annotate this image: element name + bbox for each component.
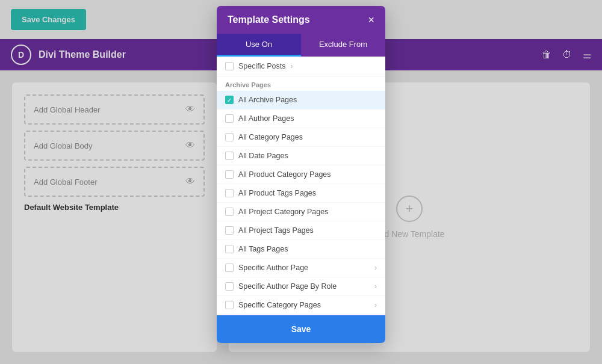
item-label-4: All Product Category Pages [238,170,331,179]
item-left-4: All Product Category Pages [225,170,331,179]
item-label-6: All Project Category Pages [238,208,328,216]
list-item[interactable]: Specific Author Page› [217,259,385,277]
specific-posts-label: Specific Posts [238,62,286,70]
tab-exclude-from[interactable]: Exclude From [301,34,385,57]
chevron-right-icon: › [374,264,377,272]
item-left-6: All Project Category Pages [225,208,328,216]
modal-scroll-area[interactable]: Specific Posts › Archive Pages ✓All Arch… [217,57,385,315]
item-label-11: Specific Category Pages [238,301,321,309]
checkbox-item-8[interactable] [225,245,234,253]
checkbox-item-9[interactable] [225,264,234,272]
item-label-7: All Project Tags Pages [238,226,314,235]
item-label-0: All Archive Pages [238,96,297,104]
list-item[interactable]: ✓All Archive Pages [217,91,385,110]
checkbox-item-11[interactable] [225,301,234,309]
list-item[interactable]: All Category Pages [217,128,385,147]
chevron-specific-posts: › [291,62,293,70]
item-left-0: ✓All Archive Pages [225,96,297,104]
modal-footer[interactable]: Save [217,315,385,343]
list-item[interactable]: All Project Tags Pages [217,221,385,240]
item-label-9: Specific Author Page [238,264,308,272]
chevron-right-icon: › [374,301,377,309]
item-left-7: All Project Tags Pages [225,226,314,235]
item-left-1: All Author Pages [225,114,294,123]
checkbox-item-1[interactable] [225,114,234,123]
checkbox-item-4[interactable] [225,170,234,179]
list-item[interactable]: All Date Pages [217,147,385,165]
template-settings-modal: Template Settings × Use On Exclude From … [217,6,385,343]
checkbox-specific-posts[interactable] [225,62,234,70]
checkbox-item-5[interactable] [225,189,234,197]
chevron-right-icon: › [374,282,377,291]
item-label-5: All Product Tags Pages [238,189,316,197]
modal-title: Template Settings [228,14,310,25]
tab-use-on[interactable]: Use On [217,34,301,57]
modal-items-container: ✓All Archive PagesAll Author PagesAll Ca… [217,91,385,315]
checkbox-item-6[interactable] [225,208,234,216]
item-label-2: All Category Pages [238,133,303,141]
checkbox-item-7[interactable] [225,226,234,235]
list-item[interactable]: All Tags Pages [217,240,385,259]
item-label-10: Specific Author Page By Role [238,282,337,291]
modal-tabs: Use On Exclude From [217,34,385,57]
item-label-8: All Tags Pages [238,245,288,253]
item-left-8: All Tags Pages [225,245,288,253]
modal-save-button[interactable]: Save [291,324,311,334]
list-item[interactable]: Specific Author Page By Role› [217,277,385,296]
partial-specific-posts[interactable]: Specific Posts › [217,57,385,76]
list-item[interactable]: All Product Tags Pages [217,184,385,203]
item-left-5: All Product Tags Pages [225,189,316,197]
modal-header: Template Settings × [217,6,385,34]
item-left-2: All Category Pages [225,133,303,141]
list-item[interactable]: All Project Category Pages [217,203,385,221]
item-label-3: All Date Pages [238,152,288,160]
checkbox-item-2[interactable] [225,133,234,141]
checkbox-item-3[interactable] [225,152,234,160]
modal-close-button[interactable]: × [368,14,374,25]
item-left-3: All Date Pages [225,152,288,160]
list-item[interactable]: All Product Category Pages [217,165,385,184]
checkbox-item-0[interactable]: ✓ [225,96,234,104]
item-left-10: Specific Author Page By Role [225,282,337,291]
list-item[interactable]: Specific Category Pages› [217,296,385,315]
checkbox-item-10[interactable] [225,282,234,291]
item-left-9: Specific Author Page [225,264,308,272]
item-left-11: Specific Category Pages [225,301,321,309]
item-label-1: All Author Pages [238,114,294,123]
list-item[interactable]: All Author Pages [217,110,385,128]
archive-pages-section-header: Archive Pages [217,76,385,91]
